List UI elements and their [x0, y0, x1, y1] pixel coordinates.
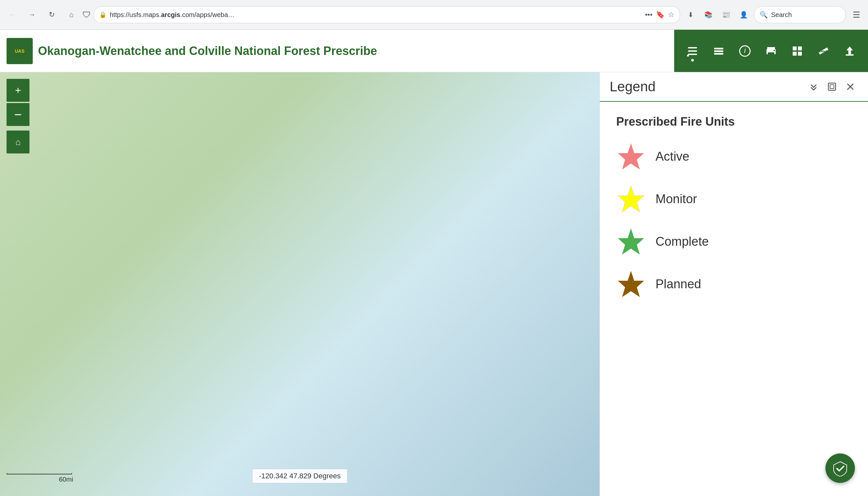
menu-dots-icon: •••	[645, 11, 653, 19]
home-extent-button[interactable]: ⌂	[6, 130, 29, 153]
back-button[interactable]: ←	[4, 6, 21, 23]
app-header: UAS Okanogan-Wenatchee and Colville Nati…	[0, 30, 868, 72]
security-shield-icon: 🛡	[83, 10, 91, 20]
toolbar-info-button[interactable]: i	[733, 39, 757, 63]
app-title: Okanogan-Wenatchee and Colville National…	[38, 44, 377, 58]
profile-button[interactable]: 👤	[736, 7, 751, 22]
legend-label-planned: Planned	[656, 277, 701, 291]
lock-icon: 🔒	[99, 11, 106, 18]
svg-rect-5	[714, 50, 723, 52]
legend-content: Prescribed Fire Units Active Monitor	[600, 102, 868, 312]
forward-button[interactable]: →	[24, 6, 41, 23]
svg-rect-11	[768, 52, 774, 55]
browser-right-icons: ⬇ 📚 📰 👤	[683, 7, 751, 22]
toolbar-measure-button[interactable]	[812, 39, 835, 63]
svg-rect-1	[688, 50, 697, 52]
home-button[interactable]: ⌂	[63, 6, 80, 23]
star-icon: ☆	[668, 11, 674, 19]
search-label: Search	[771, 11, 792, 19]
legend-swatch-planned	[616, 269, 646, 299]
legend-close-button[interactable]	[842, 79, 858, 95]
coord-display: -120.342 47.829 Degrees	[252, 469, 348, 483]
svg-rect-20	[823, 50, 823, 52]
zoom-out-button[interactable]: −	[6, 103, 29, 126]
toolbar-share-button[interactable]	[838, 39, 862, 63]
reader-button[interactable]: 📰	[718, 7, 734, 22]
svg-rect-6	[714, 53, 723, 55]
svg-rect-15	[793, 52, 797, 56]
scale-label: 60mi	[6, 476, 73, 483]
legend-resize-button[interactable]	[824, 79, 840, 95]
svg-marker-126	[618, 228, 644, 254]
reload-button[interactable]: ↻	[43, 6, 60, 23]
app-toolbar: i	[674, 30, 868, 72]
map-area[interactable]: Port Alberni Vancouver Richmond Surrey N…	[0, 72, 599, 496]
svg-rect-9	[767, 47, 775, 49]
legend-label-active: Active	[656, 150, 689, 164]
usfs-logo: UAS	[6, 38, 33, 64]
map-background	[0, 72, 599, 496]
main-content: Port Alberni Vancouver Richmond Surrey N…	[0, 72, 868, 496]
toolbar-layers-button[interactable]	[707, 39, 731, 63]
svg-rect-13	[793, 46, 797, 50]
svg-rect-120	[828, 83, 836, 90]
browser-toolbar: ← → ↻ ⌂ 🛡 🔒 https://usfs.maps.arcgis.com…	[0, 0, 868, 29]
svg-rect-24	[846, 54, 854, 56]
legend-item-active: Active	[616, 142, 852, 171]
svg-rect-4	[714, 48, 723, 49]
legend-swatch-active	[616, 142, 646, 171]
legend-swatch-monitor	[616, 184, 646, 214]
map-controls: + − ⌂	[6, 79, 29, 153]
svg-rect-121	[830, 85, 834, 89]
legend-item-planned: Planned	[616, 269, 852, 299]
legend-items: Active Monitor Complete	[616, 142, 852, 299]
svg-text:i: i	[744, 46, 746, 55]
legend-item-complete: Complete	[616, 227, 852, 256]
browser-chrome: ← → ↻ ⌂ 🛡 🔒 https://usfs.maps.arcgis.com…	[0, 0, 868, 30]
app-logo-area: UAS Okanogan-Wenatchee and Colville Nati…	[0, 30, 384, 72]
svg-rect-0	[688, 47, 697, 48]
menu-button[interactable]: ☰	[848, 7, 864, 22]
svg-rect-2	[688, 54, 697, 55]
svg-rect-18	[819, 50, 820, 52]
svg-marker-124	[618, 143, 644, 169]
svg-point-3	[687, 55, 689, 57]
download-button[interactable]: ⬇	[683, 7, 699, 22]
svg-marker-127	[618, 271, 644, 297]
svg-rect-21	[824, 51, 825, 52]
url-display: https://usfs.maps.arcgis.com/apps/weba…	[110, 11, 642, 19]
svg-marker-23	[847, 46, 853, 56]
legend-label-complete: Complete	[656, 235, 709, 249]
zoom-in-button[interactable]: +	[6, 79, 29, 102]
legend-layer-title: Prescribed Fire Units	[616, 115, 852, 128]
legend-title: Legend	[610, 79, 806, 95]
toolbar-list-button[interactable]	[681, 39, 704, 63]
svg-marker-125	[618, 186, 644, 212]
svg-rect-19	[821, 51, 822, 52]
svg-rect-16	[798, 52, 802, 56]
legend-collapse-button[interactable]	[806, 79, 822, 95]
legend-header: Legend	[600, 72, 868, 102]
legend-swatch-complete	[616, 227, 646, 256]
search-bar[interactable]: 🔍 Search	[754, 6, 846, 23]
svg-rect-12	[774, 50, 775, 51]
bookmark-icon: 🔖	[656, 11, 665, 19]
toolbar-grid-button[interactable]	[785, 39, 809, 63]
svg-rect-22	[826, 50, 827, 52]
address-bar[interactable]: 🔒 https://usfs.maps.arcgis.com/apps/weba…	[94, 6, 680, 23]
search-icon: 🔍	[760, 11, 768, 19]
scale-bar: 60mi	[6, 473, 73, 483]
scale-line	[6, 473, 72, 475]
library-button[interactable]: 📚	[700, 7, 716, 22]
security-badge[interactable]	[825, 453, 855, 483]
toolbar-print-button[interactable]	[759, 39, 783, 63]
legend-label-monitor: Monitor	[656, 192, 697, 206]
legend-panel: Legend	[599, 72, 868, 496]
svg-rect-14	[798, 46, 802, 50]
legend-item-monitor: Monitor	[616, 184, 852, 214]
legend-header-buttons	[806, 79, 858, 95]
